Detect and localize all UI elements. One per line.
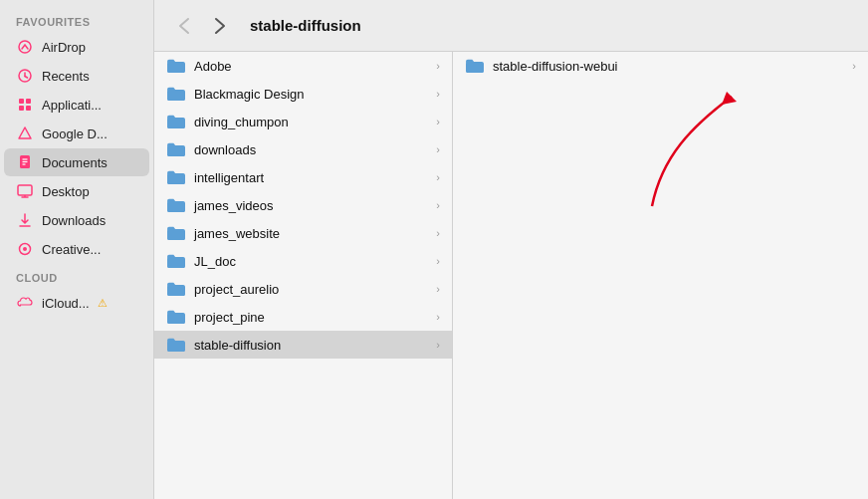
- column-item-label: project_aurelio: [194, 282, 428, 297]
- documents-icon: [16, 153, 34, 171]
- sidebar-item-recents[interactable]: Recents: [4, 62, 149, 90]
- sidebar-item-recents-label: Recents: [42, 69, 90, 84]
- folder-icon: [166, 58, 186, 74]
- list-item[interactable]: downloads ›: [154, 135, 452, 163]
- list-item[interactable]: project_aurelio ›: [154, 275, 452, 303]
- svg-rect-7: [26, 106, 31, 111]
- list-item[interactable]: james_videos ›: [154, 191, 452, 219]
- chevron-icon: ›: [436, 199, 440, 211]
- chevron-icon: ›: [852, 60, 856, 72]
- svg-rect-6: [19, 106, 24, 111]
- folder-icon: [166, 197, 186, 213]
- chevron-icon: ›: [436, 311, 440, 323]
- column-item-label: downloads: [194, 142, 428, 157]
- sidebar-item-icloud[interactable]: iCloud... ⚠: [4, 289, 149, 317]
- folder-icon: [166, 114, 186, 129]
- column-item-label: james_videos: [194, 198, 428, 213]
- icloud-icon: [16, 294, 34, 312]
- folder-icon: [166, 169, 186, 185]
- folder-icon: [166, 253, 186, 269]
- svg-marker-8: [19, 127, 31, 138]
- sidebar-item-downloads-label: Downloads: [42, 213, 106, 228]
- column-item-label: james_website: [194, 226, 428, 241]
- svg-rect-13: [18, 185, 32, 195]
- list-item[interactable]: Blackmagic Design ›: [154, 80, 452, 108]
- clock-icon: [16, 67, 34, 85]
- list-item[interactable]: james_website ›: [154, 219, 452, 247]
- chevron-icon: ›: [436, 60, 440, 72]
- sidebar-item-google-drive[interactable]: Google D...: [4, 120, 149, 147]
- favourites-section-label: Favourites: [0, 8, 153, 32]
- sidebar: Favourites AirDrop Recents: [0, 0, 154, 499]
- sidebar-item-airdrop[interactable]: AirDrop: [4, 33, 149, 61]
- chevron-icon: ›: [436, 143, 440, 155]
- chevron-icon: ›: [436, 171, 440, 183]
- svg-point-18: [23, 247, 27, 251]
- sidebar-item-documents[interactable]: Documents: [4, 148, 149, 176]
- back-button[interactable]: [170, 12, 198, 40]
- gdrive-icon: [16, 125, 34, 142]
- sidebar-item-desktop-label: Desktop: [42, 184, 90, 199]
- list-item[interactable]: JL_doc ›: [154, 247, 452, 275]
- airdrop-icon: [16, 38, 34, 56]
- folder-icon: [166, 337, 186, 353]
- folder-icon: [166, 309, 186, 325]
- svg-point-0: [19, 41, 31, 53]
- desktop-icon: [16, 182, 34, 200]
- sidebar-item-applications[interactable]: Applicati...: [4, 91, 149, 119]
- column-item-label: JL_doc: [194, 254, 428, 269]
- svg-line-3: [25, 77, 28, 79]
- folder-icon: [465, 58, 485, 74]
- column-2: stable-diffusion-webui ›: [453, 52, 868, 499]
- list-item[interactable]: stable-diffusion ›: [154, 331, 452, 359]
- list-item[interactable]: Adobe ›: [154, 52, 452, 80]
- folder-icon: [166, 86, 186, 102]
- toolbar-title: stable-diffusion: [250, 17, 361, 34]
- toolbar: stable-diffusion: [154, 0, 868, 52]
- folder-icon: [166, 281, 186, 297]
- sidebar-item-google-drive-label: Google D...: [42, 126, 108, 141]
- list-item[interactable]: diving_chumpon ›: [154, 108, 452, 135]
- app-icon: [16, 96, 34, 114]
- column-item-label: Blackmagic Design: [194, 87, 428, 102]
- column-item-label: diving_chumpon: [194, 115, 428, 129]
- chevron-icon: ›: [436, 283, 440, 295]
- svg-rect-4: [19, 99, 24, 104]
- downloads-icon: [16, 211, 34, 229]
- main-content: stable-diffusion Adobe ›: [154, 0, 868, 499]
- creative-icon: [16, 240, 34, 258]
- list-item[interactable]: intelligentart ›: [154, 163, 452, 191]
- list-item[interactable]: stable-diffusion-webui ›: [453, 52, 868, 80]
- column-item-label: Adobe: [194, 59, 428, 74]
- cloud-section-label: Cloud: [0, 264, 153, 288]
- sidebar-item-airdrop-label: AirDrop: [42, 40, 86, 55]
- sidebar-item-creative[interactable]: Creative...: [4, 235, 149, 263]
- folder-icon: [166, 141, 186, 157]
- chevron-icon: ›: [436, 227, 440, 239]
- sidebar-item-downloads[interactable]: Downloads: [4, 206, 149, 234]
- finder-columns: Adobe › Blackmagic Design ›: [154, 52, 868, 499]
- column-item-label: project_pine: [194, 310, 428, 325]
- column-item-label: stable-diffusion: [194, 338, 428, 353]
- chevron-icon: ›: [436, 88, 440, 100]
- sidebar-item-applications-label: Applicati...: [42, 98, 102, 113]
- chevron-icon: ›: [436, 116, 440, 127]
- list-item[interactable]: project_pine ›: [154, 303, 452, 331]
- forward-button[interactable]: [206, 12, 234, 40]
- sidebar-item-creative-label: Creative...: [42, 242, 101, 257]
- svg-rect-5: [26, 99, 31, 104]
- chevron-icon: ›: [436, 339, 440, 351]
- folder-icon: [166, 225, 186, 241]
- annotation-arrow: [602, 77, 801, 236]
- sidebar-item-icloud-label: iCloud...: [42, 296, 90, 311]
- column-item-label: stable-diffusion-webui: [493, 59, 844, 74]
- column-1: Adobe › Blackmagic Design ›: [154, 52, 453, 499]
- column-item-label: intelligentart: [194, 170, 428, 185]
- icloud-warning-icon: ⚠: [98, 297, 108, 310]
- chevron-icon: ›: [436, 255, 440, 267]
- sidebar-item-desktop[interactable]: Desktop: [4, 177, 149, 205]
- sidebar-item-documents-label: Documents: [42, 155, 108, 170]
